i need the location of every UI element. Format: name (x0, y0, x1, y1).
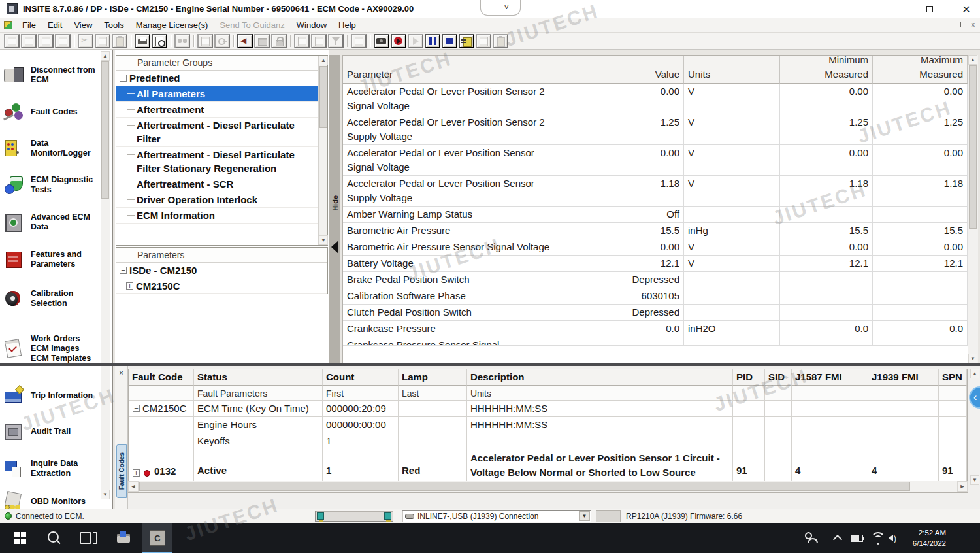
mdi-close-button[interactable]: x (972, 20, 975, 28)
panel-splitter[interactable]: Hide (329, 55, 340, 363)
import-button[interactable] (311, 34, 327, 48)
menu-file[interactable]: File (16, 19, 42, 31)
group-aftertreatment-diesel-particulate-filter[interactable]: Aftertreatment - Diesel Particulate Filt… (116, 118, 319, 147)
taskbar-clock[interactable]: 2:52 AM 6/14/2022 (900, 528, 946, 548)
maximize-button[interactable] (920, 3, 939, 16)
volume-icon[interactable] (883, 523, 902, 553)
scroll-up-icon[interactable]: ▲ (319, 56, 328, 65)
collapse-arrow-icon[interactable] (331, 241, 338, 254)
sidebar-item-calibration-selection[interactable]: CalibrationSelection (0, 278, 112, 320)
fault-column-sid[interactable]: SID (765, 369, 792, 386)
sidebar-item-inquire-data-extraction[interactable]: Inquire DataExtraction (0, 449, 112, 488)
group-aftertreatment-diesel-particulate-filter-stationary-regeneration[interactable]: Aftertreatment - Diesel Particulate Filt… (116, 147, 319, 176)
close-button[interactable]: ✕ (956, 3, 976, 16)
scroll-thumb[interactable] (969, 65, 977, 229)
minimize-button[interactable]: – (883, 3, 903, 16)
scroll-up-icon[interactable]: ▲ (968, 55, 977, 65)
fault-codes-tab[interactable]: Fault Codes (116, 444, 127, 498)
column-header-maximum[interactable]: Maximum Measured (873, 56, 968, 84)
search-button[interactable] (174, 34, 190, 48)
group-predefined[interactable]: −Predefined (116, 71, 319, 86)
fault-column-j1587-fmi[interactable]: J1587 FMI (792, 369, 868, 386)
paste-button[interactable] (112, 34, 127, 48)
snapshot-button[interactable] (374, 34, 389, 48)
menu-window[interactable]: Window (291, 19, 333, 31)
new-workspace-button[interactable] (4, 34, 20, 48)
notch-chevron-icon[interactable]: ˅ (504, 3, 509, 12)
column-header-value[interactable]: Value (561, 56, 684, 84)
scroll-down-icon[interactable]: ▼ (101, 490, 110, 499)
fault-table-hscrollbar[interactable]: ◄ ► (128, 481, 968, 492)
sidebar-item-trip-information[interactable]: Trip Information (0, 377, 112, 414)
parameter-table-scrollbar[interactable]: ▲ ▼ (968, 55, 978, 363)
pause-button[interactable] (425, 34, 440, 48)
sidebar-item-features-and-parameters[interactable]: Features andParameters (0, 241, 112, 278)
scroll-down-icon[interactable]: ▼ (968, 354, 977, 363)
mdi-minimize-button[interactable]: – (951, 20, 955, 28)
group-aftertreatment-scr[interactable]: Aftertreatment - SCR (116, 176, 319, 192)
menu-view[interactable]: View (68, 19, 98, 31)
menu-tools[interactable]: Tools (98, 19, 129, 31)
fault-row[interactable]: Keyoffs1 (129, 433, 967, 450)
dropdown-arrow-icon[interactable]: ▼ (579, 511, 590, 521)
save-workspace-button[interactable] (38, 34, 54, 48)
people-tray-icon[interactable] (802, 523, 821, 553)
scroll-thumb[interactable] (101, 61, 109, 199)
sidebar-item-advanced-ecm-data[interactable]: Advanced ECMData (0, 203, 112, 241)
copy-button[interactable] (95, 34, 110, 48)
fault-column-fault-code[interactable]: Fault Code (129, 369, 194, 386)
expand-icon[interactable]: + (133, 469, 140, 477)
start-button[interactable] (5, 523, 35, 553)
sidebar-item-ecm-diagnostic-tests[interactable]: ECM DiagnosticTests (0, 166, 112, 203)
title-notch[interactable]: – ˅ (480, 0, 521, 16)
scroll-thumb[interactable] (139, 482, 910, 491)
sidebar-item-audit-trail[interactable]: Audit Trail (0, 414, 112, 449)
sidebar-scrollbar[interactable]: ▲ ▼ (101, 51, 110, 499)
fault-column-j1939-fmi[interactable]: J1939 FMI (868, 369, 939, 386)
menu-edit[interactable]: Edit (42, 19, 68, 31)
fault-row[interactable]: −CM2150CECM Time (Key On Time)000000:20:… (129, 401, 967, 417)
task-view-icon[interactable] (73, 523, 103, 553)
fault-column-description[interactable]: Description (467, 369, 733, 386)
reset-ecm-button[interactable] (237, 34, 253, 48)
notch-minimize-icon[interactable]: – (492, 3, 497, 12)
scroll-left-icon[interactable]: ◄ (128, 481, 139, 492)
scroll-up-icon[interactable]: ▲ (970, 369, 979, 378)
expand-icon[interactable]: + (126, 282, 133, 290)
sidebar-item-data-monitor-logger[interactable]: DataMonitor/Logger (0, 130, 112, 166)
fault-information-button[interactable] (197, 34, 213, 48)
collapse-icon[interactable]: − (133, 405, 140, 412)
scroll-right-icon[interactable]: ► (957, 481, 968, 492)
close-icon[interactable]: × (117, 368, 125, 377)
group-ecm-information[interactable]: ECM Information (116, 208, 319, 224)
param-node-cm2150c[interactable]: +CM2150C (116, 278, 327, 294)
workspace-manager-button[interactable] (55, 34, 71, 48)
save-data-button[interactable] (476, 34, 491, 48)
new-template-button[interactable] (351, 34, 367, 48)
export-button[interactable] (294, 34, 310, 48)
column-header-minimum[interactable]: Minimum Measured (780, 56, 873, 84)
column-header-parameter[interactable]: Parameter (343, 56, 561, 84)
hide-splitter-label[interactable]: Hide (331, 195, 339, 211)
group-all-parameters[interactable]: All Parameters (116, 86, 319, 102)
scroll-down-icon[interactable]: ▼ (319, 235, 328, 245)
group-driver-operation-interlock[interactable]: Driver Operation Interlock (116, 192, 319, 208)
monitor-compare-button[interactable] (459, 34, 474, 48)
scroll-down-icon[interactable]: ▼ (970, 475, 979, 485)
fault-column-spn[interactable]: SPN (939, 369, 967, 386)
taskbar-app-insite-icon[interactable] (142, 523, 172, 553)
cut-button[interactable] (78, 34, 93, 48)
stop-button[interactable] (442, 34, 457, 48)
battery-icon[interactable] (848, 523, 866, 553)
scroll-up-icon[interactable]: ▲ (101, 51, 110, 61)
tray-chevron-icon[interactable] (828, 523, 847, 553)
fault-column-lamp[interactable]: Lamp (399, 369, 467, 386)
menu-send-to-guidanz[interactable]: Send To Guidanz (214, 19, 291, 31)
play-button[interactable] (408, 34, 423, 48)
parameter-groups-scrollbar[interactable]: ▲ ▼ (318, 56, 327, 245)
taskbar-app-printer-icon[interactable] (108, 523, 139, 553)
collapse-icon[interactable]: − (120, 267, 127, 274)
fault-column-count[interactable]: Count (323, 369, 399, 386)
lock-button[interactable] (271, 34, 287, 48)
mdi-restore-button[interactable] (960, 22, 966, 27)
